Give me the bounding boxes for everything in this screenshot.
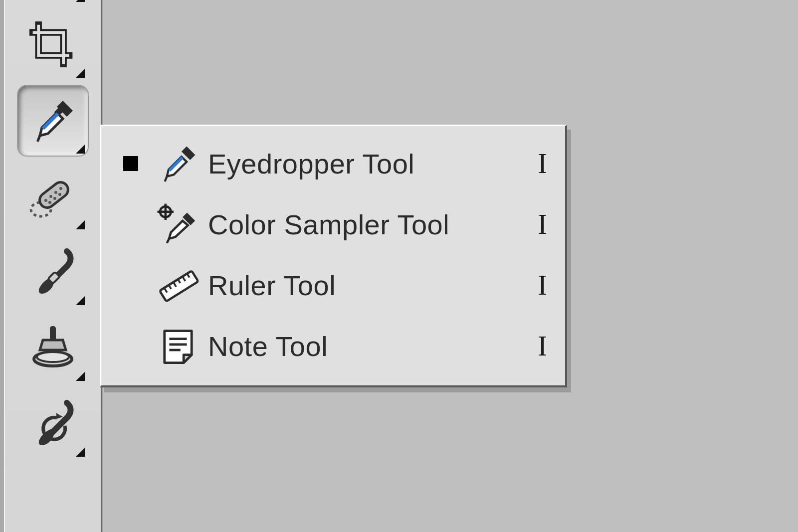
flyout-indicator-icon — [76, 448, 85, 457]
menu-item-note[interactable]: Note Tool I — [101, 316, 565, 376]
healing-brush-tool-icon — [28, 172, 78, 221]
menu-item-eyedropper[interactable]: Eyedropper Tool I — [101, 133, 565, 194]
svg-point-10 — [58, 193, 61, 196]
menu-item-label: Ruler Tool — [208, 269, 517, 302]
tool-history-brush[interactable] — [18, 389, 88, 459]
svg-point-6 — [54, 191, 57, 194]
menu-item-color-sampler[interactable]: Color Sampler Tool I — [101, 194, 565, 255]
svg-point-4 — [44, 199, 47, 202]
menu-item-ruler[interactable]: Ruler Tool I — [101, 255, 565, 316]
menu-item-shortcut: I — [517, 148, 547, 179]
menu-item-label: Note Tool — [208, 330, 517, 362]
history-brush-tool-icon — [28, 399, 78, 449]
svg-point-5 — [49, 195, 52, 198]
tool-lasso[interactable] — [18, 0, 88, 4]
crop-tool-icon — [29, 21, 77, 69]
tool-crop[interactable] — [18, 10, 88, 80]
menu-item-shortcut: I — [517, 208, 547, 240]
svg-point-14 — [37, 352, 69, 362]
tools-panel — [4, 0, 102, 532]
flyout-indicator-icon — [76, 372, 85, 381]
svg-rect-18 — [160, 271, 198, 301]
menu-item-label: Color Sampler Tool — [208, 208, 517, 241]
menu-item-shortcut: I — [517, 330, 547, 362]
eyedropper-flyout-menu: Eyedropper Tool I Color Sampler Tool I — [100, 125, 567, 387]
svg-point-7 — [59, 187, 62, 190]
brush-tool-icon — [28, 247, 78, 297]
flyout-indicator-icon — [76, 296, 85, 305]
flyout-indicator-icon — [76, 0, 85, 2]
flyout-indicator-icon — [76, 69, 85, 78]
flyout-indicator-icon — [76, 145, 85, 154]
selected-indicator-icon — [123, 156, 138, 171]
ruler-icon — [156, 263, 200, 308]
menu-item-label: Eyedropper Tool — [208, 148, 517, 180]
clone-stamp-tool-icon — [28, 323, 78, 373]
note-icon — [158, 326, 198, 366]
eyedropper-icon — [157, 142, 200, 185]
tool-brush[interactable] — [18, 237, 88, 307]
flyout-indicator-icon — [76, 220, 85, 229]
menu-item-shortcut: I — [517, 269, 547, 301]
svg-point-9 — [53, 197, 56, 200]
svg-rect-11 — [48, 272, 60, 284]
color-sampler-icon — [156, 202, 200, 247]
tool-eyedropper[interactable] — [18, 86, 88, 156]
svg-point-8 — [48, 201, 51, 204]
window-frame-left — [0, 0, 4, 532]
tool-healing-brush[interactable] — [18, 162, 88, 231]
tool-clone-stamp[interactable] — [18, 313, 88, 383]
eyedropper-tool-icon — [28, 96, 78, 146]
svg-rect-3 — [37, 179, 71, 210]
